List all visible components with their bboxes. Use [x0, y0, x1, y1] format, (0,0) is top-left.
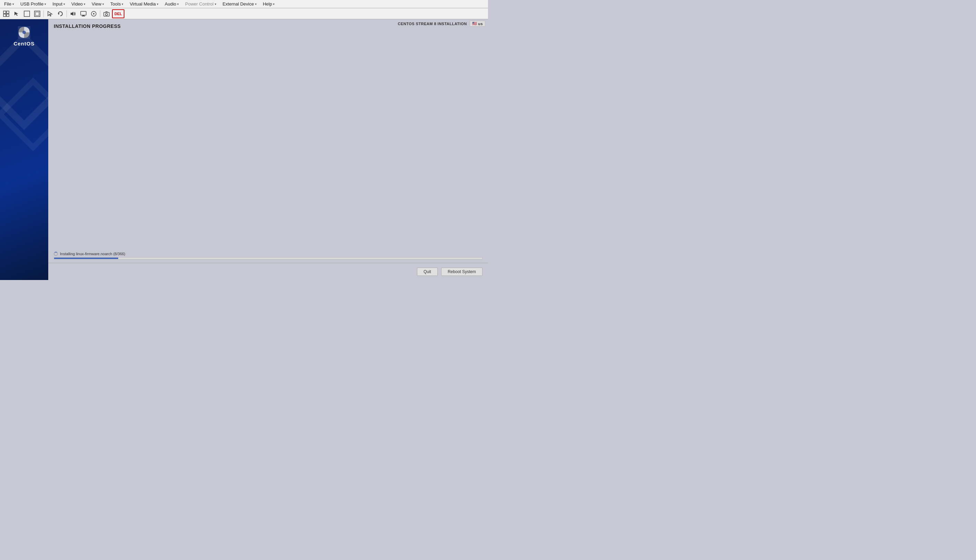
toolbar-sep-2	[67, 10, 67, 17]
loop-btn[interactable]	[55, 9, 65, 18]
monitor-icon	[80, 11, 87, 17]
loop-icon	[57, 11, 64, 17]
window-btn[interactable]	[32, 9, 42, 18]
svg-point-17	[105, 13, 107, 15]
svg-point-19	[22, 31, 26, 34]
menu-tools[interactable]: Tools ▾	[107, 1, 126, 7]
menu-tools-arrow: ▾	[122, 2, 124, 6]
progress-bar-background	[54, 257, 483, 259]
svg-rect-5	[24, 11, 30, 17]
quit-button[interactable]: Quit	[417, 268, 438, 276]
cursor-icon	[47, 11, 53, 17]
installation-progress-label: INSTALLATION PROGRESS	[54, 23, 120, 29]
toolbar-sep-3	[100, 10, 100, 17]
menu-external-device[interactable]: External Device ▾	[220, 1, 259, 7]
cursor-btn[interactable]	[45, 9, 55, 18]
svg-rect-13	[82, 16, 85, 17]
circle-icon	[91, 11, 97, 17]
menu-view-arrow: ▾	[102, 2, 104, 6]
monitor-btn[interactable]	[79, 9, 88, 18]
menu-power-control[interactable]: Power Control ▾	[182, 1, 219, 7]
centos-label: CentOS	[13, 41, 35, 47]
svg-rect-2	[3, 14, 6, 17]
main-area: CentOS CENTOS STREAM 8 INSTALLATION 🇺🇸 u…	[0, 19, 488, 280]
sidebar: CentOS	[0, 19, 48, 280]
menu-virtual-media-arrow: ▾	[157, 2, 159, 6]
menu-audio[interactable]: Audio ▾	[162, 1, 182, 7]
menu-file-arrow: ▾	[12, 2, 14, 6]
menu-help-arrow: ▾	[273, 2, 275, 6]
menu-input[interactable]: Input ▾	[50, 1, 68, 7]
menubar: File ▾ USB Profile ▾ Input ▾ Video ▾ Vie…	[0, 0, 488, 8]
top-right-area: CENTOS STREAM 8 INSTALLATION 🇺🇸 us	[395, 19, 488, 28]
progress-status: Installing linux-firmware.noarch (8/366)	[54, 252, 483, 256]
del-label: DEL	[114, 12, 122, 16]
svg-marker-10	[71, 12, 74, 16]
resize-btn[interactable]	[2, 9, 11, 18]
volume-btn[interactable]	[68, 9, 78, 18]
lang-code: us	[478, 22, 483, 26]
svg-marker-4	[15, 12, 18, 16]
progress-bar-fill	[54, 258, 118, 259]
menu-usb-profile[interactable]: USB Profile ▾	[18, 1, 49, 7]
window-icon	[34, 11, 40, 17]
pointer-btn[interactable]	[12, 9, 22, 18]
reboot-button[interactable]: Reboot System	[441, 268, 483, 276]
svg-rect-0	[3, 11, 6, 13]
menu-help[interactable]: Help ▾	[260, 1, 278, 7]
svg-rect-1	[7, 11, 9, 13]
bottom-action-bar: Quit Reboot System	[48, 263, 488, 280]
svg-rect-3	[7, 14, 9, 17]
svg-rect-11	[81, 12, 86, 15]
menu-video[interactable]: Video ▾	[69, 1, 88, 7]
resize-icon	[3, 11, 9, 17]
menu-file[interactable]: File ▾	[2, 1, 17, 7]
toolbar-sep-1	[43, 10, 44, 17]
svg-marker-9	[58, 13, 60, 15]
svg-rect-12	[82, 15, 84, 16]
del-btn[interactable]: DEL	[112, 9, 124, 18]
installation-title: CENTOS STREAM 8 INSTALLATION	[398, 22, 466, 26]
centos-logo: CentOS	[13, 26, 35, 47]
lang-badge[interactable]: 🇺🇸 us	[470, 21, 485, 27]
menu-input-arrow: ▾	[64, 2, 65, 6]
fullscreen-icon	[24, 11, 30, 17]
menu-external-arrow: ▾	[255, 2, 257, 6]
svg-point-15	[93, 13, 94, 15]
menu-power-arrow: ▾	[215, 2, 216, 6]
menu-video-arrow: ▾	[84, 2, 85, 6]
lang-flag: 🇺🇸	[472, 22, 477, 26]
svg-rect-6	[35, 11, 40, 17]
camera-icon	[104, 11, 110, 17]
menu-usb-arrow: ▾	[45, 2, 46, 6]
spinner-icon	[54, 252, 58, 256]
content-area: CENTOS STREAM 8 INSTALLATION 🇺🇸 us INSTA…	[48, 19, 488, 280]
arrow-icon	[14, 11, 19, 17]
progress-text: Installing linux-firmware.noarch (8/366)	[60, 252, 125, 256]
camera-btn[interactable]	[102, 9, 111, 18]
svg-rect-7	[35, 12, 39, 15]
centos-icon	[18, 26, 30, 38]
menu-audio-arrow: ▾	[177, 2, 179, 6]
toolbar: DEL	[0, 8, 488, 19]
progress-area: Installing linux-firmware.noarch (8/366)	[48, 252, 488, 259]
fullscreen-btn[interactable]	[22, 9, 32, 18]
circle-btn[interactable]	[89, 9, 99, 18]
menu-virtual-media[interactable]: Virtual Media ▾	[127, 1, 161, 7]
svg-marker-8	[48, 12, 52, 16]
volume-icon	[70, 11, 76, 17]
menu-view[interactable]: View ▾	[89, 1, 107, 7]
